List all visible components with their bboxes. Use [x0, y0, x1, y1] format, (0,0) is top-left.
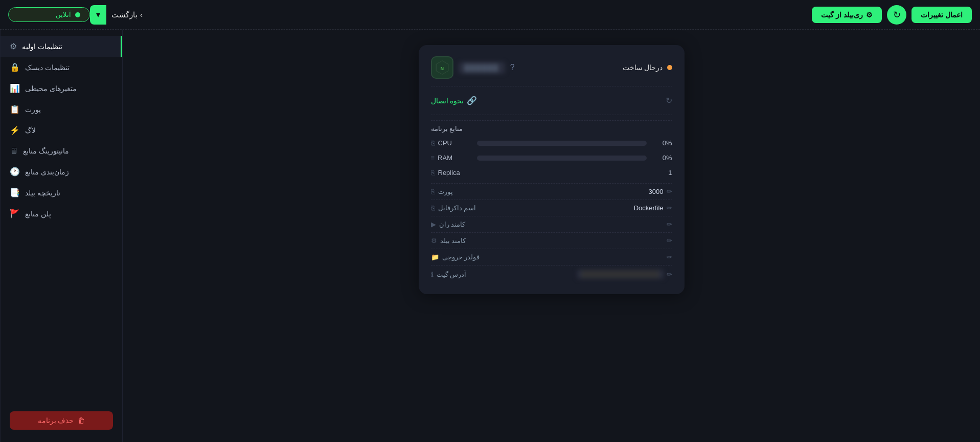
sidebar-label-resource-monitor: مانیتورینگ منابع — [23, 147, 69, 155]
sidebar-label-env-vars: متغیرهای محیطی — [25, 84, 77, 93]
port-label: پورت — [438, 188, 453, 195]
env-icon: 📊 — [10, 83, 20, 93]
app-card: درحال ساخت ? ██████ N ↻ — [419, 45, 685, 294]
divider-2 — [431, 115, 672, 115]
dockerfile-edit-icon[interactable]: ✏ — [667, 204, 672, 212]
output-folder-icon[interactable]: 📁 — [431, 253, 439, 261]
port-icon: 📋 — [10, 104, 20, 114]
output-folder-row: ✏ فولدر خروجی 📁 — [431, 249, 672, 265]
refresh-button[interactable]: ↻ — [887, 5, 906, 25]
sidebar-item-disk-settings[interactable]: تنظیمات دیسک 🔒 — [1, 57, 122, 78]
apply-changes-label: اعمال تغییرات — [921, 11, 963, 19]
run-cmd-icon[interactable]: ▶ — [431, 220, 436, 228]
top-bar: اعمال تغییرات ↻ ⚙ ری‌بیلد از گیت › بازگش… — [0, 0, 980, 30]
apply-changes-button[interactable]: اعمال تغییرات — [911, 7, 972, 23]
link-icon: 🔗 — [467, 96, 477, 105]
port-right: پورت ⎘ — [431, 188, 453, 195]
app-name-blurred: ██████ — [459, 62, 505, 74]
main-layout: درحال ساخت ? ██████ N ↻ — [0, 30, 980, 442]
ram-percent: 0% — [657, 154, 672, 162]
git-addr-value: ████████████████ — [577, 270, 663, 279]
top-bar-right: › بازگشت ▾ آنلاین — [8, 5, 143, 25]
log-icon: ⚡ — [10, 125, 20, 135]
build-cmd-icon[interactable]: ⚙ — [431, 237, 437, 245]
replica-copy-icon[interactable]: ⎘ — [431, 169, 435, 176]
sidebar-item-resource-schedule[interactable]: زمان‌بندی منابع 🕐 — [1, 161, 122, 182]
sidebar-label-ports: پورت — [25, 105, 41, 114]
cpu-copy-icon[interactable]: ⎘ — [431, 139, 435, 147]
sidebar-item-logs[interactable]: لاگ ⚡ — [1, 120, 122, 141]
sidebar-item-ports[interactable]: پورت 📋 — [1, 99, 122, 120]
rebuild-button[interactable]: ⚙ ری‌بیلد از گیت — [812, 7, 882, 23]
nodejs-icon: N — [431, 56, 453, 79]
git-addr-icon[interactable]: ℹ — [431, 271, 434, 278]
connection-row: ↻ 🔗 نحوه اتصال — [431, 92, 672, 109]
cpu-label: CPU — [438, 139, 452, 147]
dockerfile-value-left: ✏ Dockerfile — [634, 204, 672, 212]
run-cmd-value-left: ✏ — [664, 220, 672, 228]
status-text: آنلاین — [56, 11, 71, 18]
cpu-resource-row: 0% CPU ⎘ — [431, 136, 672, 150]
sidebar-item-env-vars[interactable]: متغیرهای محیطی 📊 — [1, 78, 122, 99]
replica-value: 1 — [657, 169, 672, 176]
divider-1 — [431, 86, 672, 86]
trash-icon: 🗑 — [78, 416, 85, 425]
back-link[interactable]: › بازگشت — [111, 10, 143, 19]
gear-icon: ⚙ — [866, 11, 873, 19]
git-addr-edit-icon[interactable]: ✏ — [667, 271, 672, 278]
sidebar-item-resource-plan[interactable]: پلن منابع 🚩 — [1, 203, 122, 224]
port-value-left: ✏ 3000 — [649, 188, 672, 195]
connection-link[interactable]: 🔗 نحوه اتصال — [431, 96, 477, 105]
sidebar-label-build-history: تاریخچه بیلد — [25, 189, 60, 197]
run-cmd-edit-icon[interactable]: ✏ — [667, 220, 672, 228]
dockerfile-icon[interactable]: ⎘ — [431, 204, 435, 212]
dockerfile-row: ✏ Dockerfile اسم داکرفایل ⎘ — [431, 200, 672, 216]
building-text: درحال ساخت — [623, 63, 663, 72]
cpu-progress-bg — [477, 141, 647, 146]
sidebar-item-basic-settings[interactable]: تنظیمات اولیه ⚙ — [1, 36, 122, 57]
card-header-right: ? ██████ N — [431, 56, 515, 79]
sidebar: تنظیمات اولیه ⚙ تنظیمات دیسک 🔒 متغیرهای … — [0, 30, 123, 442]
ram-left: 0% — [652, 154, 672, 162]
sidebar-item-build-history[interactable]: تاریخچه بیلد 📑 — [1, 182, 122, 203]
git-addr-right: آدرس گیت ℹ — [431, 271, 467, 278]
build-cmd-edit-icon[interactable]: ✏ — [667, 237, 672, 245]
delete-app-button[interactable]: 🗑 حذف برنامه — [10, 411, 113, 430]
rebuild-label: ری‌بیلد از گیت — [821, 11, 863, 19]
top-bar-left: اعمال تغییرات ↻ ⚙ ری‌بیلد از گیت — [812, 5, 972, 25]
build-cmd-value-left: ✏ — [664, 237, 672, 245]
info-rows: ✏ 3000 پورت ⎘ ✏ Dockerfile اسم داک — [431, 183, 672, 283]
svg-text:N: N — [440, 66, 443, 71]
git-addr-value-left: ✏ ████████████████ — [577, 270, 672, 279]
delete-label: حذف برنامه — [38, 416, 74, 425]
sidebar-label-basic-settings: تنظیمات اولیه — [22, 42, 62, 51]
lock-icon: 🔒 — [10, 62, 20, 72]
ram-resource-row: 0% RAM ≡ — [431, 150, 672, 165]
run-cmd-right: کامند ران ▶ — [431, 220, 466, 228]
sidebar-label-resource-plan: پلن منابع — [25, 210, 51, 218]
run-cmd-row: ✏ کامند ران ▶ — [431, 216, 672, 232]
replica-label: Replica — [438, 169, 460, 176]
sidebar-label-logs: لاگ — [25, 126, 36, 135]
port-edit-icon[interactable]: ✏ — [667, 188, 672, 195]
history-icon: 📑 — [10, 188, 20, 197]
card-header-left: درحال ساخت — [623, 63, 672, 72]
ram-label: RAM — [438, 154, 452, 162]
cpu-right: CPU ⎘ — [431, 139, 472, 147]
git-addr-row: ✏ ████████████████ آدرس گیت ℹ — [431, 265, 672, 283]
port-icon[interactable]: ⎘ — [431, 188, 435, 195]
replica-resource-row: 1 Replica ⎘ — [431, 165, 672, 180]
sidebar-item-resource-monitor[interactable]: مانیتورینگ منابع 🖥 — [1, 141, 122, 161]
status-chevron-button[interactable]: ▾ — [90, 5, 106, 25]
build-cmd-row: ✏ کامند بیلد ⚙ — [431, 232, 672, 249]
git-addr-label: آدرس گیت — [437, 271, 467, 278]
ram-progress-bg — [477, 156, 647, 161]
connection-label: نحوه اتصال — [431, 97, 464, 105]
resources-header: منابع برنامه — [431, 120, 672, 136]
replica-right: Replica ⎘ — [431, 169, 472, 176]
connection-refresh-icon[interactable]: ↻ — [666, 96, 672, 105]
ram-copy-icon[interactable]: ≡ — [431, 154, 435, 162]
back-label: بازگشت — [111, 10, 138, 19]
question-icon[interactable]: ? — [510, 63, 515, 72]
output-folder-edit-icon[interactable]: ✏ — [667, 253, 672, 261]
